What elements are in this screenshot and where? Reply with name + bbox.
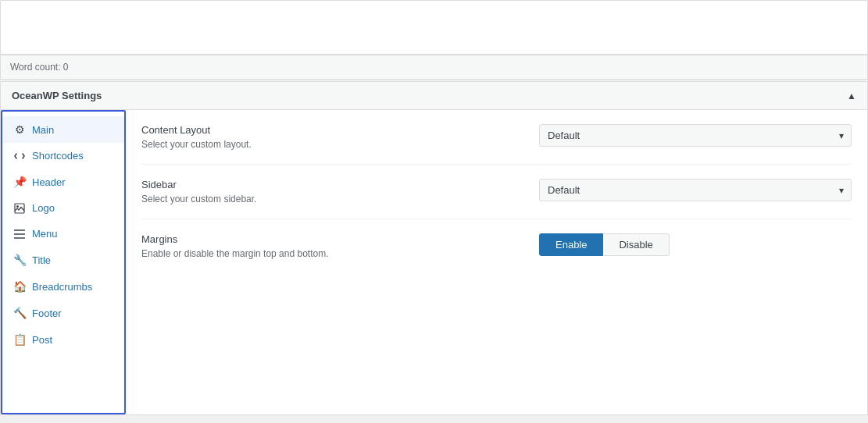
sidebar-select[interactable]: Default Left Sidebar Right Sidebar No Si… <box>539 179 852 201</box>
post-icon: 📋 <box>13 333 26 346</box>
collapse-button[interactable]: ▲ <box>847 91 856 101</box>
sidebar-nav: ⚙ Main Shortcodes 📌 Header <box>1 110 126 414</box>
shortcodes-icon <box>13 151 26 162</box>
sidebar-item-footer[interactable]: 🔨 Footer <box>2 300 124 326</box>
margins-enable-button[interactable]: Enable <box>539 233 603 256</box>
content-layout-desc: Select your custom layout. <box>141 139 523 150</box>
footer-icon: 🔨 <box>13 307 26 319</box>
sidebar-item-title-label: Title <box>32 254 51 266</box>
margins-row: Margins Enable or disable the margin top… <box>141 219 852 273</box>
sidebar-item-title[interactable]: 🔧 Title <box>2 247 124 273</box>
sidebar-item-main[interactable]: ⚙ Main <box>2 116 124 143</box>
sidebar-desc: Select your custom sidebar. <box>141 194 523 204</box>
oceanwp-body: ⚙ Main Shortcodes 📌 Header <box>1 110 867 414</box>
menu-icon <box>13 229 26 239</box>
margins-disable-button[interactable]: Disable <box>603 233 669 256</box>
sidebar-item-logo[interactable]: Logo <box>2 195 124 221</box>
sidebar-item-menu[interactable]: Menu <box>2 221 124 247</box>
content-layout-row: Content Layout Select your custom layout… <box>141 110 852 165</box>
word-count-bar: Word count: 0 <box>0 55 868 80</box>
margins-toggle-group: Enable Disable <box>539 233 852 256</box>
sidebar-item-main-label: Main <box>32 124 54 136</box>
sidebar-label-area: Sidebar Select your custom sidebar. <box>141 179 523 204</box>
sidebar-item-breadcrumbs[interactable]: 🏠 Breadcrumbs <box>2 273 124 300</box>
content-layout-control: Default Full Width Boxed <box>539 124 852 147</box>
sidebar-item-header-label: Header <box>32 176 66 188</box>
sidebar-label: Sidebar <box>141 179 523 190</box>
margins-label: Margins <box>141 233 523 245</box>
sidebar-item-footer-label: Footer <box>32 307 62 319</box>
word-count-value: 0 <box>63 62 69 73</box>
sidebar-row: Sidebar Select your custom sidebar. Defa… <box>141 165 852 219</box>
title-icon: 🔧 <box>13 254 26 266</box>
sidebar-item-shortcodes[interactable]: Shortcodes <box>2 143 124 169</box>
sidebar-item-breadcrumbs-label: Breadcrumbs <box>32 281 92 293</box>
page-wrapper: Word count: 0 OceanWP Settings ▲ ⚙ Main <box>0 0 868 423</box>
content-area: Content Layout Select your custom layout… <box>126 110 867 414</box>
margins-control: Enable Disable <box>539 233 852 256</box>
gear-icon: ⚙ <box>13 123 26 136</box>
sidebar-item-post-label: Post <box>32 334 52 346</box>
sidebar-item-post[interactable]: 📋 Post <box>2 326 124 353</box>
breadcrumbs-icon: 🏠 <box>13 280 26 293</box>
panel-title: OceanWP Settings <box>12 90 102 101</box>
header-icon: 📌 <box>13 176 26 188</box>
sidebar-item-shortcodes-label: Shortcodes <box>32 150 84 162</box>
sidebar-item-logo-label: Logo <box>32 202 55 214</box>
logo-icon <box>13 203 26 214</box>
sidebar-item-menu-label: Menu <box>32 228 58 240</box>
svg-point-1 <box>16 205 19 208</box>
sidebar-item-header[interactable]: 📌 Header <box>2 169 124 195</box>
sidebar-select-wrapper: Default Left Sidebar Right Sidebar No Si… <box>539 179 852 201</box>
content-layout-label-area: Content Layout Select your custom layout… <box>141 124 523 150</box>
content-layout-select[interactable]: Default Full Width Boxed <box>539 124 852 147</box>
oceanwp-panel: OceanWP Settings ▲ ⚙ Main <box>0 81 868 415</box>
margins-label-area: Margins Enable or disable the margin top… <box>141 233 523 259</box>
word-count-label: Word count: <box>10 62 60 73</box>
content-layout-label: Content Layout <box>141 124 523 136</box>
oceanwp-panel-header: OceanWP Settings ▲ <box>1 82 867 110</box>
content-layout-select-wrapper: Default Full Width Boxed <box>539 124 852 147</box>
margins-desc: Enable or disable the margin top and bot… <box>141 248 523 259</box>
editor-area <box>0 0 868 55</box>
sidebar-control: Default Left Sidebar Right Sidebar No Si… <box>539 179 852 201</box>
